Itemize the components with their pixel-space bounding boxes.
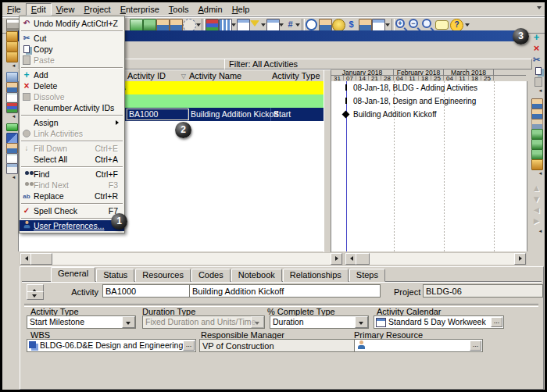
browse-resource-button[interactable]: ...	[470, 340, 481, 351]
assign-predecessor-icon[interactable]	[531, 129, 543, 140]
filter-bar[interactable]: Filter: All Activities	[224, 59, 532, 69]
column-header-activity-name[interactable]: Activity Name	[187, 69, 273, 82]
menu-help[interactable]: Help	[227, 4, 255, 15]
activity-type-select[interactable]: Start Milestone	[27, 315, 136, 329]
scroll-thumb[interactable]	[356, 253, 370, 265]
wbs-view-icon[interactable]	[6, 133, 18, 144]
toolbar-overflow-icon[interactable]	[537, 6, 542, 12]
wps-docs-icon[interactable]	[6, 153, 18, 164]
wbs-field[interactable]: BLDG-06.D&E Design and Engineering ...	[27, 339, 196, 352]
scroll-thumb[interactable]	[30, 253, 52, 265]
table-hscrollbar[interactable]	[20, 252, 343, 265]
filter-icon[interactable]	[250, 20, 259, 27]
filter-dropdown-icon[interactable]	[261, 23, 266, 29]
tools-dropdown-icon[interactable]	[385, 23, 390, 29]
activity-id-field[interactable]: BA1000	[102, 284, 191, 298]
menu-admin[interactable]: Admin	[193, 4, 227, 15]
menu-project[interactable]: Project	[79, 4, 115, 15]
menu-item-copy[interactable]: Copy	[20, 44, 124, 55]
comment-icon[interactable]	[435, 20, 449, 30]
menu-item-assign[interactable]: Assign	[20, 117, 124, 128]
scroll-right-icon[interactable]	[514, 253, 526, 265]
tab-resources[interactable]: Resources	[135, 269, 191, 282]
tab-relationships[interactable]: Relationships	[283, 269, 349, 282]
move-right-icon[interactable]: ►	[531, 216, 542, 226]
move-down-icon[interactable]: ▼	[531, 194, 542, 204]
menu-item-renumber-activity-ids[interactable]: Renumber Activity IDs	[20, 102, 124, 113]
assignments-view-icon[interactable]	[6, 143, 18, 154]
remove-resource-icon[interactable]	[531, 119, 543, 130]
expenses-view-icon[interactable]	[6, 163, 18, 174]
browse-calendar-button[interactable]: ...	[491, 317, 502, 327]
close-project-icon[interactable]	[6, 52, 18, 62]
menu-tools[interactable]: Tools	[164, 4, 194, 15]
assign-code-icon[interactable]	[531, 159, 543, 170]
menu-item-paste[interactable]: Paste	[20, 55, 124, 66]
menu-enterprise[interactable]: Enterprise	[116, 4, 164, 15]
cell-activity-id[interactable]: BA1000	[127, 109, 189, 120]
tab-steps[interactable]: Steps	[349, 269, 385, 282]
menu-item-user-preferences[interactable]: User Preferences...	[20, 220, 124, 231]
tab-status[interactable]: Status	[96, 269, 134, 282]
columns-dropdown-icon[interactable]	[231, 23, 236, 29]
group-collapse-icon[interactable]: ◄	[535, 171, 545, 180]
activity-name-field[interactable]: Building Addition Kickoff	[189, 284, 381, 298]
group-collapse-icon[interactable]: ◄	[535, 229, 545, 238]
assign-steps-icon[interactable]	[531, 149, 543, 160]
menu-item-link-activities[interactable]: Link Activities	[20, 128, 124, 139]
column-header-activity-type[interactable]: Activity Type	[270, 69, 327, 82]
group-collapse-icon[interactable]: ◄	[535, 88, 545, 98]
cell-activity-type[interactable]: Start Milestone	[274, 108, 324, 134]
milestone-diamond[interactable]	[342, 111, 350, 119]
gantt-hscrollbar[interactable]	[345, 252, 527, 265]
menu-item-find-next[interactable]: Find Next F3	[20, 180, 124, 191]
summary-bar[interactable]	[345, 84, 347, 91]
chevron-down-icon[interactable]	[122, 316, 135, 328]
tab-codes[interactable]: Codes	[191, 269, 231, 282]
tab-notebook[interactable]: Notebook	[231, 269, 282, 282]
tracking-view-icon[interactable]	[6, 102, 18, 113]
gantt-dropdown-icon[interactable]	[279, 23, 284, 29]
copy-icon[interactable]	[533, 66, 543, 75]
zoom-fit-icon[interactable]	[422, 19, 431, 28]
add-resource-icon[interactable]	[531, 98, 543, 109]
move-left-icon[interactable]: ◄	[531, 205, 542, 215]
menu-item-find[interactable]: Find Ctrl+F	[20, 169, 124, 180]
chevron-down-icon[interactable]	[355, 316, 368, 328]
zoom-out-icon[interactable]: −	[409, 19, 418, 28]
menu-file[interactable]: File	[2, 4, 26, 15]
open-project-icon[interactable]	[6, 41, 18, 52]
activity-calendar-field[interactable]: Standard 5 Day Workweek ...	[374, 315, 504, 329]
paste-icon[interactable]	[533, 77, 543, 86]
browse-wbs-button[interactable]: ...	[183, 340, 195, 351]
menu-item-add[interactable]: + Add	[20, 69, 124, 80]
menu-item-undo[interactable]: ↶ Undo Modify Activity Ctrl+Z	[20, 18, 124, 29]
scroll-right-icon[interactable]	[331, 253, 342, 265]
menu-item-fill-down[interactable]: ↓ Fill Down Ctrl+E	[20, 143, 124, 154]
menu-view[interactable]: View	[52, 4, 80, 15]
primary-resource-field[interactable]: ...	[354, 339, 483, 352]
schedule-clock-icon[interactable]	[306, 19, 317, 30]
resources-view-icon[interactable]	[6, 82, 18, 93]
delete-activity-icon[interactable]: ×	[531, 44, 542, 53]
pct-complete-type-select[interactable]: Duration	[270, 315, 369, 329]
zoom-in-icon[interactable]: +	[395, 19, 405, 28]
menu-item-spell-check[interactable]: ✓ Spell Check F7	[20, 205, 124, 216]
view-dropdown-icon[interactable]	[196, 23, 201, 29]
menu-item-replace[interactable]: ab Replace Ctrl+R	[20, 191, 124, 201]
menu-item-cut[interactable]: ✂ Cut	[20, 33, 124, 44]
menu-edit[interactable]: Edit	[26, 3, 52, 16]
menu-item-dissolve[interactable]: Dissolve	[20, 91, 124, 102]
next-activity-icon[interactable]	[27, 291, 44, 300]
menu-item-select-all[interactable]: Select All Ctrl+A	[20, 154, 124, 165]
projects-view-icon[interactable]	[6, 72, 18, 83]
tab-general[interactable]: General	[51, 267, 95, 282]
pane-splitter[interactable]	[324, 69, 331, 265]
reports-view-icon[interactable]	[6, 92, 18, 103]
move-up-icon[interactable]: ▲	[531, 184, 542, 193]
column-header-activity-id[interactable]: Activity ID ▽	[125, 69, 190, 82]
cell-activity-name[interactable]: Building Addition Kickoff	[191, 108, 278, 121]
line-numbers-icon[interactable]: #	[284, 19, 296, 30]
costs-icon[interactable]: $	[345, 19, 357, 30]
assign-successor-icon[interactable]	[531, 139, 543, 150]
